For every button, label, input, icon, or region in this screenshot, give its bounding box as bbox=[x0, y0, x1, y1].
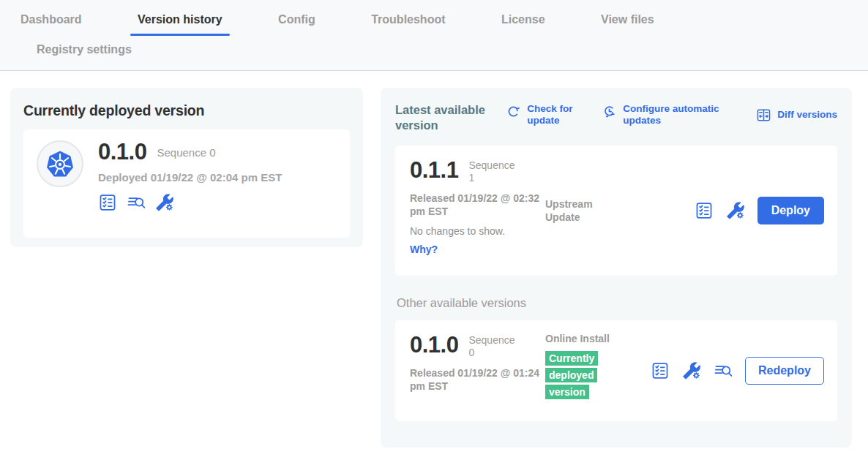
deploy-button[interactable]: Deploy bbox=[757, 197, 824, 224]
kubernetes-logo bbox=[37, 140, 83, 187]
deployed-sequence-label: Sequence 0 bbox=[157, 140, 215, 159]
check-for-update-link[interactable]: Check for update bbox=[506, 103, 580, 127]
redeploy-button[interactable]: Redeploy bbox=[745, 357, 824, 385]
configure-automatic-updates-link[interactable]: Configure automatic updates bbox=[602, 103, 734, 127]
latest-released-timestamp: Released 01/19/22 @ 02:32 pm EST bbox=[410, 192, 540, 218]
latest-available-title: Latest available version bbox=[395, 102, 487, 132]
other-source-label: Online Install bbox=[545, 332, 621, 345]
nav-row-2: Registry settings bbox=[0, 39, 868, 66]
main-content: Currently deployed version 0.1.0 Sequenc… bbox=[0, 71, 868, 467]
other-sequence-label: Sequence 0 bbox=[468, 333, 521, 359]
other-released-timestamp: Released 01/19/22 @ 01:24 pm EST bbox=[410, 366, 540, 393]
tab-view-files[interactable]: View files bbox=[594, 9, 662, 36]
nav-row-1: Dashboard Version history Config Trouble… bbox=[0, 9, 868, 36]
other-version-number: 0.1.0 bbox=[410, 333, 458, 356]
auto-update-icon bbox=[602, 104, 617, 119]
version-row-latest: 0.1.1 Sequence 1 Released 01/19/22 @ 02:… bbox=[395, 146, 837, 276]
deployed-version-card: 0.1.0 Sequence 0 Deployed 01/19/22 @ 02:… bbox=[23, 129, 350, 238]
preflight-checks-icon[interactable] bbox=[651, 361, 670, 380]
version-actions: Check for update Configure automatic upd… bbox=[506, 102, 837, 127]
refresh-icon bbox=[506, 104, 521, 119]
diff-versions-link[interactable]: Diff versions bbox=[756, 103, 837, 127]
tab-troubleshoot[interactable]: Troubleshoot bbox=[364, 9, 452, 36]
currently-deployed-title: Currently deployed version bbox=[23, 102, 350, 119]
latest-available-panel: Latest available version Check for updat… bbox=[381, 88, 852, 448]
version-row-other: 0.1.0 Sequence 0 Released 01/19/22 @ 01:… bbox=[395, 320, 837, 421]
latest-version-number: 0.1.1 bbox=[410, 159, 458, 181]
currently-deployed-badge: Currently deployed version bbox=[545, 351, 598, 399]
check-for-update-label: Check for update bbox=[527, 103, 580, 127]
edit-config-icon[interactable] bbox=[155, 193, 174, 212]
preflight-checks-icon[interactable] bbox=[98, 193, 117, 212]
latest-source-label: Upstream Update bbox=[545, 197, 621, 224]
currently-deployed-panel: Currently deployed version 0.1.0 Sequenc… bbox=[10, 88, 363, 247]
deployed-timestamp: Deployed 01/19/22 @ 02:04 pm EST bbox=[98, 171, 282, 184]
diff-versions-label: Diff versions bbox=[777, 109, 837, 121]
tab-config[interactable]: Config bbox=[271, 9, 323, 36]
other-versions-heading: Other available versions bbox=[397, 296, 837, 310]
deployed-version-number: 0.1.0 bbox=[98, 140, 146, 163]
tab-dashboard[interactable]: Dashboard bbox=[13, 9, 89, 36]
edit-config-icon[interactable] bbox=[682, 361, 701, 380]
edit-config-icon[interactable] bbox=[726, 201, 745, 220]
top-nav: Dashboard Version history Config Trouble… bbox=[0, 0, 868, 71]
other-source-block: Online Install Currently deployed versio… bbox=[545, 332, 621, 400]
preflight-checks-icon[interactable] bbox=[695, 201, 714, 220]
diff-icon bbox=[756, 107, 771, 123]
deploy-logs-icon[interactable] bbox=[714, 361, 733, 380]
deployed-version-body: 0.1.0 Sequence 0 Deployed 01/19/22 @ 02:… bbox=[98, 140, 282, 212]
deploy-logs-icon[interactable] bbox=[127, 193, 146, 212]
latest-sequence-label: Sequence 1 bbox=[468, 159, 521, 184]
tab-license[interactable]: License bbox=[494, 9, 553, 36]
tab-version-history[interactable]: Version history bbox=[130, 9, 230, 36]
why-link[interactable]: Why? bbox=[410, 244, 438, 255]
latest-release-notes: No changes to show. bbox=[410, 225, 823, 237]
tab-registry-settings[interactable]: Registry settings bbox=[29, 39, 139, 66]
configure-automatic-updates-label: Configure automatic updates bbox=[623, 103, 734, 127]
